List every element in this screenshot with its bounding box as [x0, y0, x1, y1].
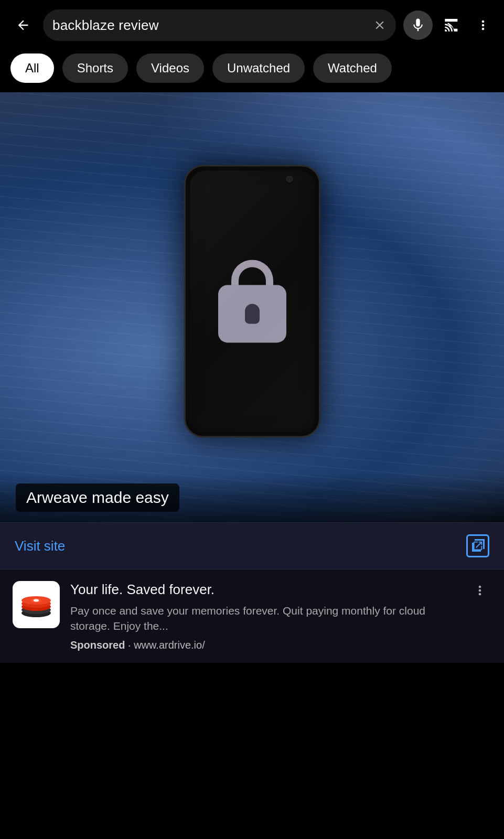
ad-section: Visit site Your life. Saved	[0, 522, 504, 663]
filter-chip-all[interactable]: All	[10, 53, 54, 83]
search-input[interactable]: backblaze review	[52, 17, 367, 34]
video-title-overlay: Arweave made easy	[0, 473, 504, 522]
ad-meta: Sponsored · www.ardrive.io/	[70, 639, 458, 651]
external-link-icon	[472, 540, 484, 552]
ad-card[interactable]: Your life. Saved forever. Pay once and s…	[0, 569, 504, 663]
visit-site-bar: Visit site	[0, 523, 504, 569]
ad-title: Your life. Saved forever.	[70, 581, 458, 599]
ad-url: www.ardrive.io/	[134, 639, 205, 651]
filter-chip-shorts[interactable]: Shorts	[62, 53, 128, 83]
ad-content: Your life. Saved forever. Pay once and s…	[70, 581, 458, 651]
thumbnail-image	[0, 92, 504, 522]
scene-container	[0, 92, 504, 522]
more-options-button[interactable]	[473, 13, 494, 38]
cast-button[interactable]	[440, 13, 465, 38]
back-button[interactable]	[10, 13, 36, 38]
ad-more-icon	[473, 583, 487, 598]
more-icon	[476, 18, 490, 33]
cast-icon	[444, 17, 461, 34]
filter-chip-watched[interactable]: Watched	[313, 53, 392, 83]
clear-icon	[373, 18, 387, 32]
mic-button[interactable]	[403, 10, 433, 40]
svg-point-6	[34, 599, 39, 602]
video-title-pill: Arweave made easy	[16, 483, 179, 512]
video-title: Arweave made easy	[26, 489, 169, 506]
search-bar[interactable]: backblaze review	[43, 9, 396, 41]
ad-description: Pay once and save your memories forever.…	[70, 603, 458, 634]
back-icon	[16, 18, 30, 33]
visit-site-label[interactable]: Visit site	[15, 538, 65, 554]
filter-bar: All Shorts Videos Unwatched Watched	[0, 48, 504, 92]
phone-body	[184, 165, 320, 437]
sponsored-label: Sponsored	[70, 639, 125, 651]
lock-body	[218, 285, 286, 342]
clear-button[interactable]	[373, 18, 387, 32]
ad-separator: ·	[128, 639, 134, 651]
phone-camera	[286, 176, 293, 182]
mic-icon	[410, 17, 426, 33]
lock-keyhole	[245, 304, 260, 324]
header: backblaze review	[0, 0, 504, 48]
external-link-button[interactable]	[466, 534, 489, 557]
filter-chip-unwatched[interactable]: Unwatched	[212, 53, 305, 83]
phone-in-hand	[163, 149, 341, 453]
video-thumbnail[interactable]: Arweave made easy	[0, 92, 504, 522]
filter-chip-videos[interactable]: Videos	[136, 53, 204, 83]
ad-logo	[13, 581, 60, 628]
lock-icon	[218, 260, 286, 342]
ad-more-options-button[interactable]	[468, 581, 491, 604]
ardrive-logo-svg	[17, 586, 55, 623]
lock-shackle	[231, 260, 273, 286]
